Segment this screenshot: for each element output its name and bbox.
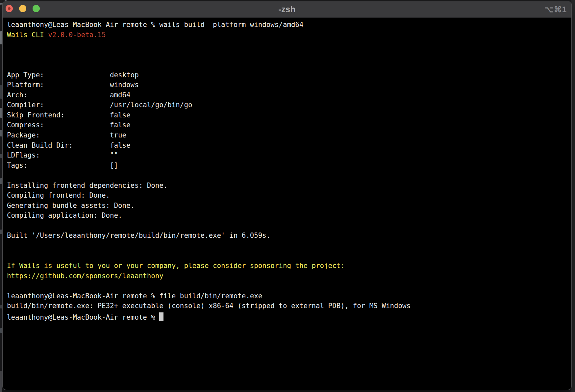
terminal-line: Installing frontend dependencies: Done. <box>7 181 571 191</box>
terminal-text-segment: leaanthony@Leas-MacBook-Air remote % wai… <box>7 21 304 29</box>
terminal-text-segment: Compiling frontend: Done. <box>7 191 110 199</box>
terminal-text-segment: Clean Build Dir: false <box>7 141 131 149</box>
terminal-line: https://github.com/sponsors/leaanthony <box>7 271 571 281</box>
terminal-text-segment: Tags: [] <box>7 161 118 169</box>
terminal-text-segment: Generating bundle assets: Done. <box>7 202 135 209</box>
titlebar[interactable]: -zsh ⌥⌘1 <box>3 1 571 18</box>
terminal-line: App Type: desktop <box>7 70 571 80</box>
terminal-line: Compress: false <box>7 120 571 130</box>
terminal-line: Skip Frontend: false <box>7 110 571 120</box>
window-title: -zsh <box>3 5 571 14</box>
terminal-text-segment: build/bin/remote.exe: PE32+ executable (… <box>7 302 411 310</box>
terminal-line: Platform: windows <box>7 80 571 90</box>
terminal-line <box>7 60 571 70</box>
terminal-line: Compiler: /usr/local/go/bin/go <box>7 100 571 110</box>
terminal-line: leaanthony@Leas-MacBook-Air remote % <box>7 311 571 321</box>
terminal-text-segment: Compiling application: Done. <box>7 211 122 219</box>
background-window-sliver-right <box>571 0 575 392</box>
terminal-text-segment: leaanthony@Leas-MacBook-Air remote % fil… <box>7 292 262 300</box>
terminal-line <box>7 50 571 60</box>
terminal-line <box>7 221 571 231</box>
terminal-line <box>7 40 571 50</box>
terminal-line: Clean Build Dir: false <box>7 140 571 151</box>
terminal-line: Package: true <box>7 130 571 140</box>
terminal-line: Built '/Users/leaanthony/remote/build/bi… <box>7 231 571 241</box>
terminal-line: leaanthony@Leas-MacBook-Air remote % wai… <box>7 20 571 30</box>
terminal-line: If Wails is useful to you or your compan… <box>7 261 571 271</box>
background-window-sliver-left <box>0 0 2 392</box>
terminal-text-segment: v2.0.0-beta.15 <box>48 31 106 39</box>
terminal-line: Tags: [] <box>7 160 571 171</box>
terminal-text-segment: Installing frontend dependencies: Done. <box>7 182 167 189</box>
terminal-window: -zsh ⌥⌘1 leaanthony@Leas-MacBook-Air rem… <box>2 1 572 390</box>
terminal-output[interactable]: leaanthony@Leas-MacBook-Air remote % wai… <box>3 18 571 390</box>
terminal-text-segment: Wails CLI <box>7 31 48 39</box>
terminal-text-segment: Arch: amd64 <box>7 91 131 99</box>
terminal-line: Compiling application: Done. <box>7 210 571 221</box>
terminal-line: Arch: amd64 <box>7 90 571 100</box>
terminal-line: Generating bundle assets: Done. <box>7 201 571 211</box>
terminal-line: build/bin/remote.exe: PE32+ executable (… <box>7 301 571 311</box>
terminal-text-segment: leaanthony@Leas-MacBook-Air remote % <box>7 313 159 321</box>
terminal-text-segment: Package: true <box>7 131 126 139</box>
terminal-text-segment: If Wails is useful to you or your compan… <box>7 262 345 270</box>
window-shortcut-hint: ⌥⌘1 <box>544 5 567 14</box>
terminal-text-segment: Compress: false <box>7 121 131 129</box>
terminal-text-segment: App Type: desktop <box>7 71 139 79</box>
terminal-cursor <box>159 312 163 321</box>
terminal-line <box>7 170 571 181</box>
terminal-text-segment: Platform: windows <box>7 81 139 89</box>
terminal-text-segment: LDFlags: "" <box>7 151 118 159</box>
terminal-line <box>7 251 571 261</box>
terminal-line <box>7 241 571 251</box>
terminal-text-segment: Built '/Users/leaanthony/remote/build/bi… <box>7 232 270 239</box>
terminal-text-segment: Skip Frontend: false <box>7 111 131 119</box>
terminal-line <box>7 281 571 291</box>
terminal-line: leaanthony@Leas-MacBook-Air remote % fil… <box>7 291 571 301</box>
terminal-text-segment: Compiler: /usr/local/go/bin/go <box>7 101 192 109</box>
terminal-line: LDFlags: "" <box>7 150 571 160</box>
terminal-line: Wails CLI v2.0.0-beta.15 <box>7 30 571 40</box>
terminal-text-segment: https://github.com/sponsors/leaanthony <box>7 272 163 280</box>
terminal-line: Compiling frontend: Done. <box>7 190 571 201</box>
